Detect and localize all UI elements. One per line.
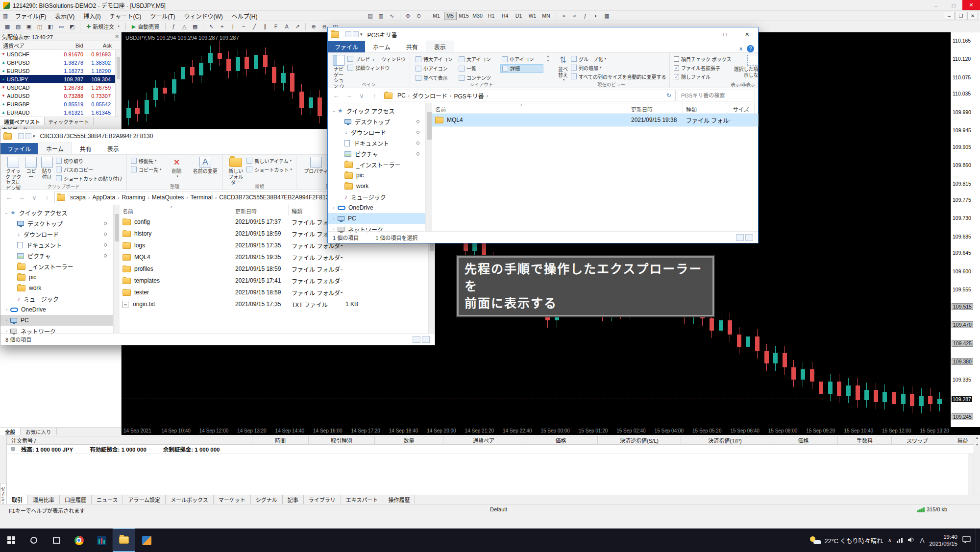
cursor-icon[interactable]: ↖: [206, 22, 216, 31]
column-header-0[interactable]: 名前∧: [432, 103, 628, 114]
nav-scrollbar[interactable]: [426, 103, 432, 231]
column-header-2[interactable]: 種類: [683, 103, 730, 114]
new-order-button[interactable]: ✚新規注文▾: [83, 22, 123, 31]
ribbon-tab-0[interactable]: ファイル: [328, 41, 365, 52]
ribbon-small-button[interactable]: 切り取り: [56, 156, 122, 165]
terminal-column-2[interactable]: 取引種別: [309, 436, 375, 444]
ribbon-tab-2[interactable]: 共有: [72, 143, 99, 154]
sidebar-item-デスクトップ[interactable]: デスクトップ: [328, 116, 425, 127]
sidebar-item-ドキュメント[interactable]: ドキュメント: [0, 240, 113, 250]
ribbon-button[interactable]: ⇅並べ替え▾: [557, 54, 569, 82]
text-label-icon[interactable]: A: [282, 22, 292, 31]
close-icon[interactable]: ✕: [115, 34, 119, 39]
taskbar-app-start[interactable]: [0, 528, 23, 552]
ribbon-tab-3[interactable]: 表示: [426, 41, 454, 52]
navigator-tab[interactable]: お気に入り: [21, 428, 57, 435]
market-watch-row-eurgbp[interactable]: ▲EURGBP0.855190.85542: [0, 100, 121, 108]
details-view-icon[interactable]: [413, 336, 420, 343]
ribbon-small-button[interactable]: プレビュー ウィンドウ: [347, 54, 406, 63]
details-view-icon[interactable]: [736, 234, 744, 241]
sidebar-item-work[interactable]: work: [0, 283, 113, 293]
history-dropdown-icon[interactable]: ∨: [356, 92, 367, 99]
candlestick-chart-icon[interactable]: ▥: [376, 11, 386, 20]
navigator-tab[interactable]: 全般: [0, 428, 21, 435]
terminal-tab[interactable]: マーケット: [214, 495, 251, 504]
forward-icon[interactable]: →: [343, 92, 354, 99]
ribbon-small-button[interactable]: パスのコピー: [56, 165, 122, 174]
column-header-1[interactable]: 更新日時: [628, 103, 683, 114]
chart-shift-icon[interactable]: «: [570, 11, 580, 20]
breadcrumb-item[interactable]: Roaming: [120, 194, 147, 201]
breadcrumb-item[interactable]: AppData: [91, 194, 117, 201]
zoom-in-icon[interactable]: ⊕: [403, 11, 413, 20]
menubar-item[interactable]: 挿入(I): [79, 11, 105, 21]
terminal-tab[interactable]: 記事: [283, 495, 304, 504]
ribbon-small-button[interactable]: 移動先▾: [131, 156, 162, 165]
data-window-icon[interactable]: ◫: [35, 22, 45, 31]
terminal-column-4[interactable]: 通貨ペア: [443, 436, 524, 444]
templates2-icon[interactable]: ▦: [190, 22, 200, 31]
column-ask[interactable]: Ask: [83, 43, 115, 48]
show-desktop-button[interactable]: [976, 528, 978, 552]
ribbon-tab-2[interactable]: 共有: [398, 41, 426, 52]
terminal-column-8[interactable]: 価格: [769, 436, 838, 444]
sidebar-item-_インストーラー[interactable]: _インストーラー: [0, 261, 113, 272]
sidebar-item-デスクトップ[interactable]: デスクトップ: [0, 218, 113, 229]
templates-icon[interactable]: ▦: [602, 11, 612, 20]
breadcrumb[interactable]: PC›ダウンロード›PGSキリ番›↻: [382, 90, 676, 101]
layout-option[interactable]: 詳細: [500, 64, 543, 73]
profiles-icon[interactable]: ▧: [13, 22, 23, 31]
maximize-button[interactable]: □: [945, 0, 962, 10]
ribbon-small-button[interactable]: ショートカットの貼り付け: [56, 174, 122, 183]
scroll-down-icon[interactable]: ▼: [546, 59, 550, 62]
chart-restore-button[interactable]: ❐: [956, 12, 966, 20]
trendline-icon[interactable]: ╱: [249, 22, 259, 31]
new-chart-icon[interactable]: ▩: [2, 22, 12, 31]
refresh-icon[interactable]: ↻: [664, 92, 673, 99]
file-row-MQL4[interactable]: MQL42021/09/15 19:35ファイル フォルダー: [120, 251, 428, 263]
indicators-list-icon[interactable]: ƒ: [169, 22, 178, 31]
terminal-tab[interactable]: 操作履歴: [383, 495, 415, 504]
timeframe-m30-button[interactable]: M30: [471, 12, 484, 20]
market-watch-row-usdjpy[interactable]: ▲USDJPY109.287109.304: [0, 75, 121, 83]
menubar-item[interactable]: ツール(T): [146, 11, 179, 21]
breadcrumb-item[interactable]: ダウンロード: [411, 92, 449, 100]
crosshair-icon[interactable]: +: [217, 22, 227, 31]
expand-chevron-icon[interactable]: ›: [330, 216, 338, 221]
auto-scroll-icon[interactable]: »: [559, 11, 569, 20]
column-symbol[interactable]: 通貨ペア: [0, 42, 49, 49]
ribbon-tab-0[interactable]: ファイル: [0, 143, 38, 154]
close-button[interactable]: ✕: [962, 0, 980, 10]
minimize-button[interactable]: –: [692, 27, 714, 41]
file-row-origin.txt[interactable]: origin.txt2021/09/15 17:35TXT ファイル1 KB: [120, 298, 428, 310]
column-header-0[interactable]: 名前∧: [120, 205, 232, 216]
market-watch-row-usdchf[interactable]: ▼USDCHF0.916700.91693: [0, 50, 121, 58]
market-watch-scrollbar[interactable]: [115, 50, 121, 117]
auto-trade-button[interactable]: ▶自動売買: [128, 22, 163, 31]
ribbon-small-button[interactable]: グループ化▾: [571, 54, 666, 63]
ribbon-tab-1[interactable]: ホーム: [38, 143, 72, 154]
fibonacci-icon[interactable]: F: [271, 22, 281, 31]
line-chart-icon[interactable]: ∿: [387, 11, 397, 20]
qat-button-icon[interactable]: [353, 31, 359, 37]
ribbon-button[interactable]: 貼り付け: [40, 156, 54, 180]
breadcrumb-item[interactable]: C8CD3B73C555E38B47EB2A994F2F8130: [218, 194, 334, 201]
timeframe-m1-button[interactable]: M1: [430, 12, 443, 20]
file-row-profiles[interactable]: profiles2021/09/15 18:59ファイル フォルダー: [120, 263, 428, 275]
menubar-item[interactable]: ウィンドウ(W): [180, 11, 227, 21]
sidebar-item-PC[interactable]: ›PC: [328, 213, 425, 224]
column-bid[interactable]: Bid: [49, 43, 83, 48]
terminal-column-1[interactable]: 時間: [252, 436, 309, 444]
market-watch-row-eurusd[interactable]: ▲EURUSD1.182731.18290: [0, 67, 121, 75]
sidebar-item-PC[interactable]: ›PC: [0, 315, 113, 326]
explorer-window-pgs-folder[interactable]: ▾PGSキリ番–□✕ファイルホーム共有表示∧?ペインナビゲーション ウィンドウ▾…: [327, 27, 759, 243]
chart-close-button[interactable]: ✕: [967, 12, 978, 20]
taskbar-app-metaeditor[interactable]: [135, 528, 158, 552]
taskbar-app-task-view[interactable]: [45, 528, 68, 552]
menubar-item[interactable]: ヘルプ(H): [227, 11, 262, 21]
qat-dropdown-icon[interactable]: ▾: [33, 134, 35, 139]
ribbon-checkbox-item[interactable]: ✓隠しファイル: [674, 72, 731, 81]
timeframe-mn-button[interactable]: MN: [540, 12, 553, 20]
weather-widget[interactable]: 22°C くもり時々晴れ: [809, 536, 883, 545]
terminal-column-7[interactable]: 決済指値(T/P): [681, 436, 769, 444]
